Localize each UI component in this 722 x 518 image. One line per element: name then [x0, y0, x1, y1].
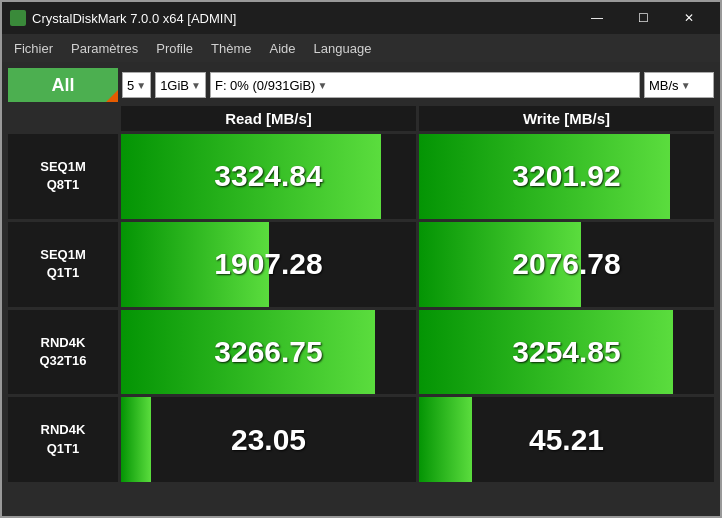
row-label-seq1m-q8t1: SEQ1MQ8T1: [8, 134, 118, 219]
size-arrow: ▼: [191, 80, 201, 91]
unit-value: MB/s: [649, 78, 679, 93]
header-label-empty: [8, 106, 118, 131]
bench-row-seq1m-q8t1: SEQ1MQ8T1 3324.84 3201.92: [8, 134, 714, 219]
menu-item-language[interactable]: Language: [306, 37, 380, 60]
drive-arrow: ▼: [317, 80, 327, 91]
read-cell-seq1m-q8t1: 3324.84: [121, 134, 416, 219]
size-value: 1GiB: [160, 78, 189, 93]
all-button[interactable]: All: [8, 68, 118, 102]
write-cell-rnd4k-q32t16: 3254.85: [419, 310, 714, 395]
main-window: CrystalDiskMark 7.0.0 x64 [ADMIN] — ☐ ✕ …: [0, 0, 722, 518]
header-read: Read [MB/s]: [121, 106, 416, 131]
menu-item-fichier[interactable]: Fichier: [6, 37, 61, 60]
header-write: Write [MB/s]: [419, 106, 714, 131]
bench-row-rnd4k-q32t16: RND4KQ32T16 3266.75 3254.85: [8, 310, 714, 395]
read-cell-rnd4k-q1t1: 23.05: [121, 397, 416, 482]
runs-value: 5: [127, 78, 134, 93]
write-cell-rnd4k-q1t1: 45.21: [419, 397, 714, 482]
unit-select[interactable]: MB/s ▼: [644, 72, 714, 98]
runs-arrow: ▼: [136, 80, 146, 91]
read-value-seq1m-q1t1: 1907.28: [214, 247, 322, 281]
row-label-rnd4k-q1t1: RND4KQ1T1: [8, 397, 118, 482]
bench-row-seq1m-q1t1: SEQ1MQ1T1 1907.28 2076.78: [8, 222, 714, 307]
title-bar: CrystalDiskMark 7.0.0 x64 [ADMIN] — ☐ ✕: [2, 2, 720, 34]
write-value-rnd4k-q1t1: 45.21: [529, 423, 604, 457]
write-cell-seq1m-q1t1: 2076.78: [419, 222, 714, 307]
write-value-seq1m-q8t1: 3201.92: [512, 159, 620, 193]
read-cell-rnd4k-q32t16: 3266.75: [121, 310, 416, 395]
menu-item-aide[interactable]: Aide: [262, 37, 304, 60]
window-controls: — ☐ ✕: [574, 2, 712, 34]
read-cell-seq1m-q1t1: 1907.28: [121, 222, 416, 307]
size-select[interactable]: 1GiB ▼: [155, 72, 206, 98]
menu-bar: FichierParamètresProfileThèmeAideLanguag…: [2, 34, 720, 62]
table-header: Read [MB/s] Write [MB/s]: [8, 106, 714, 131]
read-value-rnd4k-q1t1: 23.05: [231, 423, 306, 457]
window-title: CrystalDiskMark 7.0.0 x64 [ADMIN]: [32, 11, 574, 26]
write-value-rnd4k-q32t16: 3254.85: [512, 335, 620, 369]
drive-select[interactable]: F: 0% (0/931GiB) ▼: [210, 72, 640, 98]
menu-item-parametres[interactable]: Paramètres: [63, 37, 146, 60]
bottom-bar: [2, 488, 720, 516]
main-content: All 5 ▼ 1GiB ▼ F: 0% (0/931GiB) ▼ MB/s ▼: [2, 62, 720, 488]
maximize-button[interactable]: ☐: [620, 2, 666, 34]
menu-item-theme[interactable]: Thème: [203, 37, 259, 60]
close-button[interactable]: ✕: [666, 2, 712, 34]
row-label-rnd4k-q32t16: RND4KQ32T16: [8, 310, 118, 395]
app-icon: [10, 10, 26, 26]
read-bar-rnd4k-q1t1: [121, 397, 151, 482]
row-label-seq1m-q1t1: SEQ1MQ1T1: [8, 222, 118, 307]
benchmark-table: Read [MB/s] Write [MB/s] SEQ1MQ8T1 3324.…: [8, 106, 714, 482]
write-value-seq1m-q1t1: 2076.78: [512, 247, 620, 281]
menu-item-profile[interactable]: Profile: [148, 37, 201, 60]
unit-arrow: ▼: [681, 80, 691, 91]
bench-row-rnd4k-q1t1: RND4KQ1T1 23.05 45.21: [8, 397, 714, 482]
minimize-button[interactable]: —: [574, 2, 620, 34]
write-cell-seq1m-q8t1: 3201.92: [419, 134, 714, 219]
controls-row: All 5 ▼ 1GiB ▼ F: 0% (0/931GiB) ▼ MB/s ▼: [8, 68, 714, 102]
read-value-seq1m-q8t1: 3324.84: [214, 159, 322, 193]
drive-value: F: 0% (0/931GiB): [215, 78, 315, 93]
read-value-rnd4k-q32t16: 3266.75: [214, 335, 322, 369]
write-bar-rnd4k-q1t1: [419, 397, 472, 482]
runs-select[interactable]: 5 ▼: [122, 72, 151, 98]
